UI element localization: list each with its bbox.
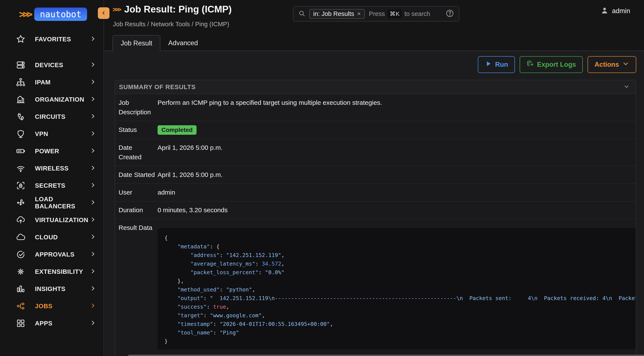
panel-title: SUMMARY OF RESULTS (119, 84, 196, 91)
export-logs-button[interactable]: Export Logs (520, 56, 583, 73)
wifi-icon (16, 163, 26, 174)
sidebar-item-favorites[interactable]: FAVORITES (0, 30, 104, 48)
sidebar-item-insights[interactable]: INSIGHTS (0, 280, 104, 297)
code-line: "target": "www.google.com", (164, 311, 636, 320)
battery-icon (16, 146, 26, 156)
tab-advanced[interactable]: Advanced (160, 35, 206, 51)
sidebar-item-label: IPAM (35, 79, 90, 86)
chevron-right-icon (90, 35, 96, 43)
sidebar-item-secrets[interactable]: SECRETS (0, 177, 104, 194)
horizontal-scrollbar[interactable] (128, 355, 644, 356)
cloud-upload-icon (16, 215, 26, 225)
sidebar-item-circuits[interactable]: CIRCUITS (0, 108, 104, 125)
chevron-right-icon (90, 199, 96, 206)
flow-nodes-icon (16, 301, 26, 311)
code-line: "timestamp": "2026-04-01T17:00:55.163495… (164, 320, 636, 329)
chevron-right-icon (90, 285, 96, 293)
code-line: "tool_name": "Ping" (164, 329, 636, 337)
person-icon (600, 6, 609, 15)
sidebar-item-cloud[interactable]: CLOUD (0, 229, 104, 246)
title-chevrons-icon: >>> (112, 5, 120, 13)
sidebar-item-label: FAVORITES (35, 36, 90, 43)
sidebar-item-label: SECRETS (35, 182, 90, 189)
tab-panel-content: Run Export Logs Actions (104, 51, 644, 356)
sidebar-item-organization[interactable]: ORGANIZATION (0, 91, 104, 108)
chevron-right-icon (90, 268, 96, 275)
bar-chart-icon (16, 284, 26, 294)
sidebar-item-virtualization[interactable]: VIRTUALIZATION (0, 211, 104, 229)
search-bar[interactable]: in: Job Results × Press ⌘K to search (293, 6, 459, 21)
breadcrumb[interactable]: Job Results / Network Tools / Ping (ICMP… (113, 21, 229, 28)
row-value: admin (158, 188, 636, 197)
sidebar-item-jobs[interactable]: JOBS (0, 297, 104, 315)
sidebar-item-apps[interactable]: APPS (0, 315, 104, 332)
sidebar-item-wireless[interactable]: WIRELESS (0, 160, 104, 177)
sidebar-item-label: VIRTUALIZATION (35, 216, 90, 224)
table-row: Useradmin (115, 183, 636, 201)
actions-button[interactable]: Actions (588, 56, 636, 73)
code-line: "method_used": "python", (164, 285, 636, 294)
table-row: Date CreatedApril 1, 2026 5:00 p.m. (115, 139, 636, 166)
chevron-right-icon (90, 79, 96, 86)
logo-text: nautobot (40, 9, 82, 19)
sidebar-item-approvals[interactable]: APPROVALS (0, 246, 104, 263)
panel-header[interactable]: SUMMARY OF RESULTS (115, 80, 636, 94)
search-filter-pill[interactable]: in: Job Results × (309, 9, 365, 19)
run-button[interactable]: Run (478, 56, 515, 73)
sidebar-item-load-balancers[interactable]: LOAD BALANCERS (0, 194, 104, 211)
nautobot-logo: nautobot (34, 7, 87, 21)
sidebar-collapse-button[interactable] (98, 7, 110, 19)
code-line: { (164, 234, 636, 242)
help-icon[interactable] (446, 9, 454, 18)
username-label: admin (612, 7, 630, 15)
chevron-right-icon (90, 251, 96, 258)
chevron-down-icon[interactable] (623, 83, 630, 91)
close-icon[interactable]: × (357, 10, 360, 17)
status-badge: Completed (158, 125, 196, 135)
table-row-result-data: Result Data { "metadata": { "address": "… (115, 219, 636, 356)
export-logs-label: Export Logs (537, 61, 576, 68)
check-circle-icon (16, 249, 26, 260)
brand-logo[interactable]: >>> nautobot (0, 0, 104, 28)
sidebar-item-label: DEVICES (35, 62, 90, 69)
sidebar-item-label: APPS (35, 320, 90, 327)
row-label: Status (118, 125, 158, 135)
sidebar-item-extensibility[interactable]: EXTENSIBILITY (0, 263, 104, 280)
actions-button-label: Actions (594, 61, 619, 68)
main-area: >>> Job Result: Ping (ICMP) Job Results … (104, 0, 644, 356)
chevron-right-icon (90, 130, 96, 138)
table-row: StatusCompleted (115, 121, 636, 139)
row-label: Job Description (118, 98, 158, 117)
code-line: }, (164, 277, 636, 285)
cloud-icon (16, 232, 26, 242)
sidebar-item-devices[interactable]: DEVICES (0, 56, 104, 74)
sidebar-item-label: ORGANIZATION (35, 96, 90, 103)
chevron-down-icon (622, 60, 629, 69)
search-hint-suffix: to search (404, 10, 430, 17)
star-icon (16, 34, 26, 44)
code-line: "packet_loss_percent": "0.0%" (164, 268, 636, 277)
logo-chevrons-icon: >>> (19, 8, 34, 20)
search-hint: Press ⌘K to search (369, 10, 430, 18)
app-window: >>> nautobot FAVORITESDEVICESIPAMORGANIZ… (0, 0, 644, 356)
row-value: April 1, 2026 5:00 p.m. (158, 143, 636, 162)
summary-rows: Job DescriptionPerform an ICMP ping to a… (115, 94, 636, 219)
cable-icon (16, 112, 26, 122)
search-filter-label: in: Job Results (313, 10, 354, 17)
sidebar-item-ipam[interactable]: IPAM (0, 74, 104, 91)
row-label: Duration (118, 205, 158, 215)
row-value: April 1, 2026 5:00 p.m. (158, 170, 636, 179)
row-label: Result Data (118, 223, 158, 356)
result-data-code-block[interactable]: { "metadata": { "address": "142.251.152.… (158, 228, 636, 350)
search-icon (298, 10, 306, 18)
arrows-cross-icon (16, 197, 26, 208)
sidebar-item-vpn[interactable]: VPN (0, 125, 104, 143)
database-export-icon (526, 60, 534, 69)
code-line: "metadata": { (164, 242, 636, 251)
sidebar-item-power[interactable]: POWER (0, 143, 104, 160)
chevron-right-icon (90, 148, 96, 155)
row-value: Completed (158, 125, 636, 135)
user-menu[interactable]: admin (600, 6, 630, 15)
tab-job-result[interactable]: Job Result (112, 35, 160, 51)
network-tree-icon (16, 77, 26, 87)
